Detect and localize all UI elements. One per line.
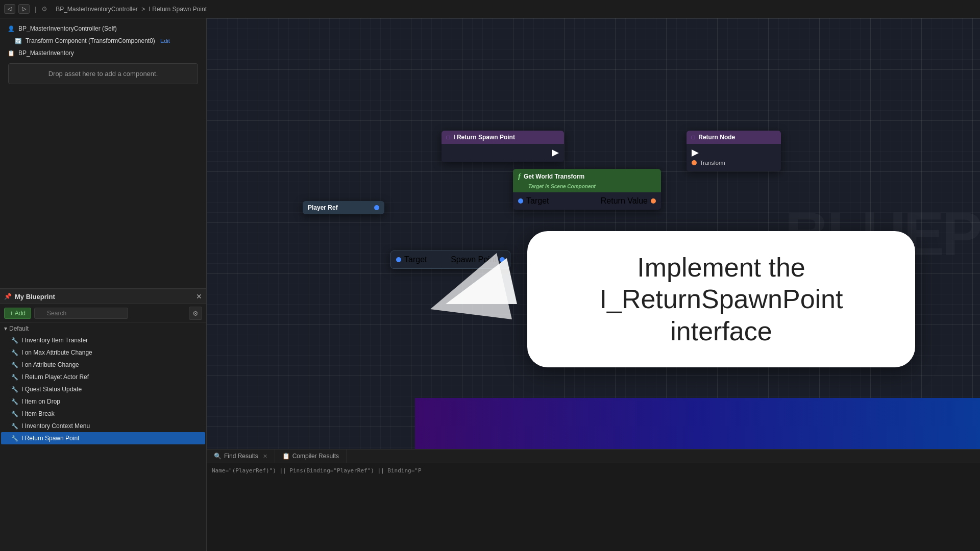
list-item-quest-status[interactable]: 🔧 I Quest Status Update <box>1 383 205 395</box>
nav-forward-button[interactable]: ▷ <box>18 4 30 14</box>
section-default[interactable]: ▾ Default <box>0 323 206 334</box>
bottom-tabs: 🔍 Find Results ✕ 📋 Compiler Results <box>207 449 980 463</box>
tab-find-results[interactable]: 🔍 Find Results ✕ <box>207 449 275 463</box>
top-bar: ◁ ▷ | ⚙ BP_MasterInventoryController > I… <box>0 0 980 18</box>
list-item-player-actor[interactable]: 🔧 I Return Playet Actor Ref <box>1 371 205 383</box>
item-icon: 🔧 <box>11 374 18 381</box>
node-return-spawn-title: I Return Spawn Point <box>453 134 515 141</box>
item-icon: 🔧 <box>11 398 18 405</box>
item-icon: 🔧 <box>11 337 18 344</box>
left-panel: 👤 BP_MasterInventoryController (Self) 🔄 … <box>0 18 207 551</box>
transform-pin-label: Transform <box>700 160 725 166</box>
component-self[interactable]: 👤 BP_MasterInventoryController (Self) <box>4 22 202 35</box>
player-ref-pin <box>374 205 379 210</box>
watermark: BLUEP <box>785 198 980 269</box>
spawn-target-label: Target <box>404 255 427 264</box>
transform-pin-dot <box>692 160 697 165</box>
list-item-item-drop[interactable]: 🔧 I Item on Drop <box>1 395 205 408</box>
breadcrumb-sep: > <box>141 6 145 13</box>
return-pin-dot <box>651 198 656 204</box>
get-world-subtitle: Target is Scene Component <box>528 184 596 189</box>
list-item-context-menu[interactable]: 🔧 I Inventory Context Menu <box>1 420 205 432</box>
item-icon: 🔧 <box>11 362 18 368</box>
node-return-spawn-icon: □ <box>447 134 450 141</box>
connections-svg <box>207 18 360 95</box>
node-return-spawn[interactable]: □ I Return Spawn Point <box>442 131 564 162</box>
component-blueprint-label: BP_MasterInventory <box>18 49 74 57</box>
spawn-point-dot <box>500 257 505 262</box>
panel-close-button[interactable]: ✕ <box>196 292 202 300</box>
nav-buttons: ◁ ▷ | ⚙ BP_MasterInventoryController > I… <box>4 4 207 14</box>
item-icon: 🔧 <box>11 411 18 417</box>
list-item-attribute-change[interactable]: 🔧 I on Attribute Change <box>1 359 205 371</box>
compiler-results-label: Compiler Results <box>292 453 339 460</box>
blueprint-panel: 📌 My Blueprint ✕ + Add 🔍 ⚙ ▾ Default 🔧 <box>0 289 206 551</box>
bottom-area: 🔍 Find Results ✕ 📋 Compiler Results Name… <box>207 449 980 551</box>
list-item-return-spawn[interactable]: 🔧 I Return Spawn Point <box>1 432 205 444</box>
pins-row: Target Return Value <box>518 196 656 206</box>
add-button[interactable]: + Add <box>4 308 31 319</box>
graph-area[interactable]: BLUEP □ I Return Spawn Point <box>207 18 980 449</box>
search-input[interactable] <box>34 308 128 319</box>
item-icon: 🔧 <box>11 386 18 393</box>
node-pin-exec-out <box>447 148 559 158</box>
list-item-item-break[interactable]: 🔧 I Item Break <box>1 408 205 420</box>
exec-pin-in <box>692 149 699 157</box>
transform-icon: 🔄 <box>14 37 22 45</box>
tooltip-line2: I_ReturnSpawnPoint interface <box>600 284 843 345</box>
settings-button[interactable]: ⚙ <box>189 307 202 320</box>
breadcrumb-page: I Return Spawn Point <box>149 6 207 13</box>
main-container: 👤 BP_MasterInventoryController (Self) 🔄 … <box>0 18 980 551</box>
return-pin-label: Return Value <box>601 196 648 206</box>
bottom-gradient <box>415 398 980 449</box>
tab-close-icon[interactable]: ✕ <box>263 453 267 460</box>
player-ref-title: Player Ref <box>308 204 338 211</box>
node-get-world[interactable]: f Get World Transform Target is Scene Co… <box>513 169 661 210</box>
panel-toolbar: + Add 🔍 ⚙ <box>0 304 206 323</box>
get-world-title: Get World Transform <box>524 173 584 180</box>
list-item-max-attribute[interactable]: 🔧 I on Max Attribute Change <box>1 346 205 359</box>
list-item-inventory-transfer[interactable]: 🔧 I Inventory Item Transfer <box>1 334 205 346</box>
item-icon: 🔧 <box>11 423 18 430</box>
item-icon: 🔧 <box>11 349 18 356</box>
target-pin-label: Target <box>526 196 549 206</box>
node-pin-transform: Transform <box>692 158 776 167</box>
person-icon: 👤 <box>7 24 15 33</box>
node-spawn-point[interactable]: Target Spawn Point <box>390 251 510 269</box>
blueprint-list: ▾ Default 🔧 I Inventory Item Transfer 🔧 … <box>0 323 206 444</box>
panel-header: 📌 My Blueprint ✕ <box>0 289 206 304</box>
tooltip-text: Implement the I_ReturnSpawnPoint interfa… <box>563 252 879 347</box>
get-world-icon: f <box>518 172 521 181</box>
spawn-target-dot <box>396 257 401 262</box>
bottom-content: Name="(PlayerRef)") || Pins(Binding="Pla… <box>207 463 980 551</box>
find-results-icon: 🔍 <box>214 453 222 460</box>
node-return-title: Return Node <box>698 134 735 141</box>
item-icon: 🔧 <box>11 435 18 442</box>
components-section: 👤 BP_MasterInventoryController (Self) 🔄 … <box>0 18 206 289</box>
exec-pin-out <box>552 149 559 157</box>
tab-compiler-results[interactable]: 📋 Compiler Results <box>275 449 347 463</box>
node-pin-exec-in <box>692 148 776 158</box>
tooltip-bubble: Implement the I_ReturnSpawnPoint interfa… <box>527 231 915 367</box>
component-transform-label: Transform Component (TransformComponent0… <box>26 37 155 44</box>
result-line: Name="(PlayerRef)") || Pins(Binding="Pla… <box>212 466 975 475</box>
target-pin-dot <box>518 198 523 204</box>
component-transform[interactable]: 🔄 Transform Component (TransformComponen… <box>4 35 202 47</box>
find-results-label: Find Results <box>224 453 258 460</box>
spawn-pins-row: Target Spawn Point <box>396 255 505 264</box>
component-self-label: BP_MasterInventoryController (Self) <box>18 25 117 32</box>
pin-group-left: Target <box>518 196 549 206</box>
node-return-icon: □ <box>692 134 695 141</box>
node-return[interactable]: □ Return Node Transform <box>687 131 781 171</box>
edit-link[interactable]: Edit <box>160 38 170 44</box>
drop-zone: Drop asset here to add a component. <box>8 63 198 84</box>
search-wrapper: 🔍 <box>34 308 186 319</box>
breadcrumb-controller[interactable]: BP_MasterInventoryController <box>56 6 138 13</box>
nav-back-button[interactable]: ◁ <box>4 4 15 14</box>
compiler-results-icon: 📋 <box>282 453 290 460</box>
panel-title: My Blueprint <box>15 293 193 300</box>
component-blueprint[interactable]: 📋 BP_MasterInventory <box>4 47 202 59</box>
tooltip-line1: Implement the <box>637 253 805 282</box>
node-player-ref[interactable]: Player Ref <box>303 201 384 214</box>
spawn-pin-right: Spawn Point <box>451 255 505 264</box>
